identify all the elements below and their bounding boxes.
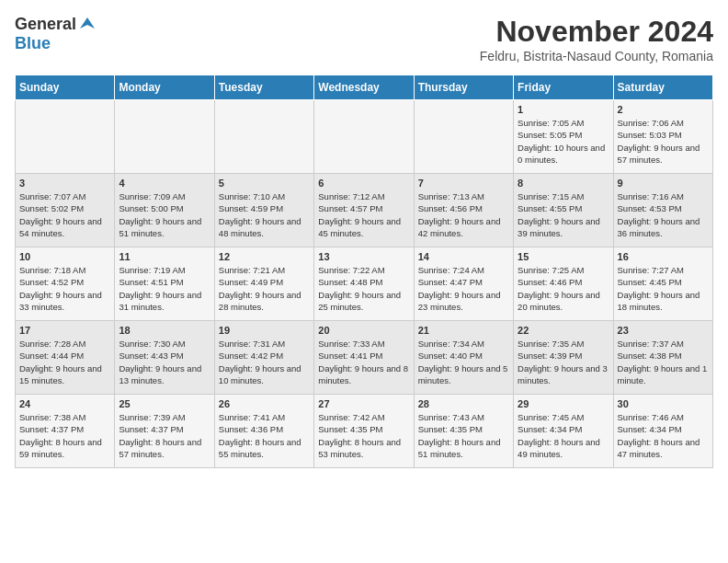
day-number: 29 [518,398,609,409]
calendar-week-row: 1Sunrise: 7:05 AMSunset: 5:05 PMDaylight… [16,100,713,174]
calendar-week-row: 24Sunrise: 7:38 AMSunset: 4:37 PMDayligh… [16,395,713,468]
calendar-cell: 27Sunrise: 7:42 AMSunset: 4:35 PMDayligh… [314,395,414,468]
day-info: Sunrise: 7:24 AMSunset: 4:47 PMDaylight:… [418,264,509,313]
day-number: 3 [19,178,110,189]
day-info: Sunrise: 7:16 AMSunset: 4:53 PMDaylight:… [618,190,709,239]
calendar-cell: 26Sunrise: 7:41 AMSunset: 4:36 PMDayligh… [214,395,313,468]
day-info: Sunrise: 7:15 AMSunset: 4:55 PMDaylight:… [518,190,609,239]
weekday-header: Tuesday [214,75,313,100]
day-info: Sunrise: 7:37 AMSunset: 4:38 PMDaylight:… [618,338,709,386]
calendar-cell: 25Sunrise: 7:39 AMSunset: 4:37 PMDayligh… [115,395,214,468]
calendar-cell: 14Sunrise: 7:24 AMSunset: 4:47 PMDayligh… [414,247,513,321]
day-number: 9 [618,178,709,189]
day-number: 6 [318,178,409,189]
day-info: Sunrise: 7:19 AMSunset: 4:51 PMDaylight:… [119,264,210,313]
weekday-header: Sunday [16,75,115,100]
day-info: Sunrise: 7:34 AMSunset: 4:40 PMDaylight:… [418,338,509,386]
calendar-cell: 30Sunrise: 7:46 AMSunset: 4:34 PMDayligh… [613,395,712,468]
calendar-cell: 15Sunrise: 7:25 AMSunset: 4:46 PMDayligh… [514,247,613,321]
day-number: 20 [318,325,409,336]
day-number: 1 [518,104,609,115]
svg-marker-0 [80,17,95,29]
calendar-cell: 23Sunrise: 7:37 AMSunset: 4:38 PMDayligh… [613,321,712,395]
title-section: November 2024 Feldru, Bistrita-Nasaud Co… [480,15,713,63]
day-info: Sunrise: 7:21 AMSunset: 4:49 PMDaylight:… [219,264,310,313]
calendar-cell: 29Sunrise: 7:45 AMSunset: 4:34 PMDayligh… [514,395,613,468]
day-number: 27 [318,398,409,409]
calendar-cell [414,100,513,174]
calendar-cell [214,100,313,174]
day-number: 8 [518,178,609,189]
calendar-week-row: 3Sunrise: 7:07 AMSunset: 5:02 PMDaylight… [16,174,713,247]
calendar-table: SundayMondayTuesdayWednesdayThursdayFrid… [15,75,713,468]
day-number: 7 [418,178,509,189]
calendar-cell: 1Sunrise: 7:05 AMSunset: 5:05 PMDaylight… [514,100,613,174]
day-info: Sunrise: 7:12 AMSunset: 4:57 PMDaylight:… [318,190,409,239]
day-number: 30 [618,398,709,409]
calendar-cell: 22Sunrise: 7:35 AMSunset: 4:39 PMDayligh… [514,321,613,395]
weekday-header: Friday [514,75,613,100]
day-info: Sunrise: 7:06 AMSunset: 5:03 PMDaylight:… [618,117,709,166]
calendar-cell: 11Sunrise: 7:19 AMSunset: 4:51 PMDayligh… [115,247,214,321]
day-number: 12 [219,251,310,262]
day-info: Sunrise: 7:27 AMSunset: 4:45 PMDaylight:… [618,264,709,313]
day-number: 17 [19,325,110,336]
calendar-cell: 8Sunrise: 7:15 AMSunset: 4:55 PMDaylight… [514,174,613,247]
calendar-cell: 12Sunrise: 7:21 AMSunset: 4:49 PMDayligh… [214,247,313,321]
month-title: November 2024 [480,15,713,49]
weekday-header: Monday [115,75,214,100]
calendar-cell: 4Sunrise: 7:09 AMSunset: 5:00 PMDaylight… [115,174,214,247]
calendar-week-row: 17Sunrise: 7:28 AMSunset: 4:44 PMDayligh… [16,321,713,395]
day-info: Sunrise: 7:05 AMSunset: 5:05 PMDaylight:… [518,117,609,166]
weekday-header: Saturday [613,75,712,100]
calendar-cell: 28Sunrise: 7:43 AMSunset: 4:35 PMDayligh… [414,395,513,468]
day-info: Sunrise: 7:39 AMSunset: 4:37 PMDaylight:… [119,411,210,460]
day-info: Sunrise: 7:18 AMSunset: 4:52 PMDaylight:… [19,264,110,313]
day-info: Sunrise: 7:42 AMSunset: 4:35 PMDaylight:… [318,411,409,460]
day-info: Sunrise: 7:07 AMSunset: 5:02 PMDaylight:… [19,190,110,239]
day-info: Sunrise: 7:22 AMSunset: 4:48 PMDaylight:… [318,264,409,313]
day-info: Sunrise: 7:45 AMSunset: 4:34 PMDaylight:… [518,411,609,460]
day-info: Sunrise: 7:33 AMSunset: 4:41 PMDaylight:… [318,338,409,386]
calendar-week-row: 10Sunrise: 7:18 AMSunset: 4:52 PMDayligh… [16,247,713,321]
day-info: Sunrise: 7:10 AMSunset: 4:59 PMDaylight:… [219,190,310,239]
day-number: 4 [119,178,210,189]
location-title: Feldru, Bistrita-Nasaud County, Romania [480,49,713,63]
day-number: 15 [518,251,609,262]
day-number: 23 [618,325,709,336]
day-number: 11 [119,251,210,262]
day-number: 16 [618,251,709,262]
day-number: 26 [219,398,310,409]
logo-bird-icon [78,16,97,34]
calendar-cell: 9Sunrise: 7:16 AMSunset: 4:53 PMDaylight… [613,174,712,247]
day-number: 19 [219,325,310,336]
day-info: Sunrise: 7:30 AMSunset: 4:43 PMDaylight:… [119,338,210,386]
day-number: 13 [318,251,409,262]
day-info: Sunrise: 7:43 AMSunset: 4:35 PMDaylight:… [418,411,509,460]
day-info: Sunrise: 7:28 AMSunset: 4:44 PMDaylight:… [19,338,110,386]
calendar-cell: 13Sunrise: 7:22 AMSunset: 4:48 PMDayligh… [314,247,414,321]
calendar-cell: 7Sunrise: 7:13 AMSunset: 4:56 PMDaylight… [414,174,513,247]
calendar-cell: 21Sunrise: 7:34 AMSunset: 4:40 PMDayligh… [414,321,513,395]
day-number: 10 [19,251,110,262]
calendar-cell: 17Sunrise: 7:28 AMSunset: 4:44 PMDayligh… [16,321,115,395]
logo-blue-text: Blue [15,34,51,53]
day-number: 28 [418,398,509,409]
day-info: Sunrise: 7:38 AMSunset: 4:37 PMDaylight:… [19,411,110,460]
day-info: Sunrise: 7:13 AMSunset: 4:56 PMDaylight:… [418,190,509,239]
calendar-cell [314,100,414,174]
calendar-cell: 10Sunrise: 7:18 AMSunset: 4:52 PMDayligh… [16,247,115,321]
calendar-cell: 24Sunrise: 7:38 AMSunset: 4:37 PMDayligh… [16,395,115,468]
calendar-cell: 6Sunrise: 7:12 AMSunset: 4:57 PMDaylight… [314,174,414,247]
day-info: Sunrise: 7:25 AMSunset: 4:46 PMDaylight:… [518,264,609,313]
calendar-cell [115,100,214,174]
day-number: 2 [618,104,709,115]
day-info: Sunrise: 7:35 AMSunset: 4:39 PMDaylight:… [518,338,609,386]
calendar-cell: 18Sunrise: 7:30 AMSunset: 4:43 PMDayligh… [115,321,214,395]
day-number: 21 [418,325,509,336]
day-info: Sunrise: 7:46 AMSunset: 4:34 PMDaylight:… [618,411,709,460]
day-number: 14 [418,251,509,262]
calendar-cell: 16Sunrise: 7:27 AMSunset: 4:45 PMDayligh… [613,247,712,321]
logo: General Blue [15,15,97,53]
day-number: 5 [219,178,310,189]
